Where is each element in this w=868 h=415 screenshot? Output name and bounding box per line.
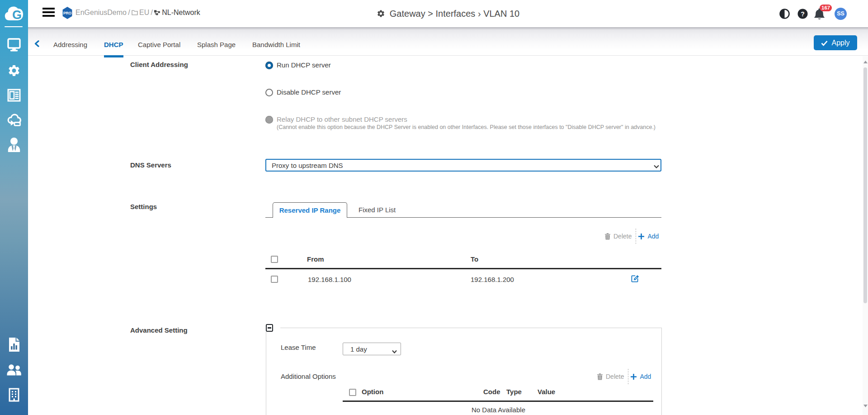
svg-text:?: ? xyxy=(801,10,805,18)
svg-text:PRO: PRO xyxy=(63,11,72,15)
svg-text:G: G xyxy=(12,8,22,22)
